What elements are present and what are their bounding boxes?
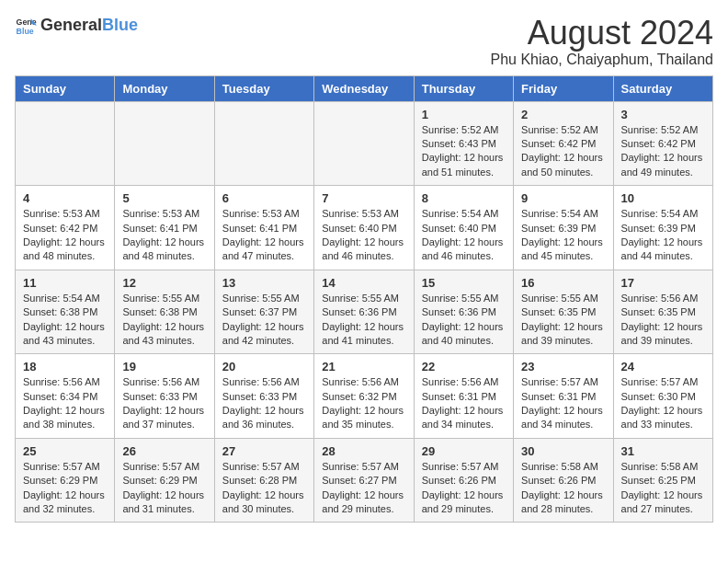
day-cell: 24Sunrise: 5:57 AMSunset: 6:30 PMDayligh…	[613, 354, 712, 439]
day-cell: 8Sunrise: 5:54 AMSunset: 6:40 PMDaylight…	[414, 186, 513, 270]
col-thursday: Thursday	[414, 75, 513, 101]
day-info: Sunrise: 5:54 AMSunset: 6:39 PMDaylight:…	[621, 207, 705, 264]
day-info: Sunrise: 5:55 AMSunset: 6:38 PMDaylight:…	[122, 292, 206, 349]
logo: General Blue GeneralBlue	[15, 15, 138, 37]
day-cell	[16, 101, 115, 186]
day-info: Sunrise: 5:57 AMSunset: 6:29 PMDaylight:…	[122, 460, 206, 517]
day-number: 16	[521, 276, 605, 290]
week-row-2: 4Sunrise: 5:53 AMSunset: 6:42 PMDaylight…	[16, 186, 713, 270]
day-number: 28	[322, 444, 405, 458]
title-area: August 2024 Phu Khiao, Chaiyaphum, Thail…	[490, 15, 713, 68]
day-cell: 7Sunrise: 5:53 AMSunset: 6:40 PMDaylight…	[314, 186, 414, 270]
day-cell	[115, 101, 214, 186]
day-cell: 12Sunrise: 5:55 AMSunset: 6:38 PMDayligh…	[115, 270, 214, 354]
day-number: 15	[422, 276, 506, 290]
logo-icon: General Blue	[15, 15, 37, 37]
day-cell: 23Sunrise: 5:57 AMSunset: 6:31 PMDayligh…	[514, 354, 613, 439]
day-number: 20	[222, 360, 306, 373]
week-row-1: 1Sunrise: 5:52 AMSunset: 6:43 PMDaylight…	[16, 101, 713, 186]
day-cell: 11Sunrise: 5:54 AMSunset: 6:38 PMDayligh…	[16, 270, 115, 354]
day-info: Sunrise: 5:52 AMSunset: 6:43 PMDaylight:…	[422, 123, 506, 180]
day-cell: 21Sunrise: 5:56 AMSunset: 6:32 PMDayligh…	[314, 354, 414, 439]
day-number: 17	[621, 276, 705, 290]
logo-blue: Blue	[102, 16, 138, 34]
day-number: 25	[23, 444, 107, 458]
day-info: Sunrise: 5:56 AMSunset: 6:32 PMDaylight:…	[322, 375, 405, 432]
day-info: Sunrise: 5:53 AMSunset: 6:41 PMDaylight:…	[222, 207, 306, 264]
day-number: 19	[122, 360, 206, 373]
calendar-body: 1Sunrise: 5:52 AMSunset: 6:43 PMDaylight…	[16, 101, 713, 523]
svg-text:Blue: Blue	[17, 27, 34, 36]
day-info: Sunrise: 5:53 AMSunset: 6:40 PMDaylight:…	[322, 207, 405, 264]
header-row: Sunday Monday Tuesday Wednesday Thursday…	[16, 75, 713, 101]
day-number: 24	[621, 360, 705, 373]
day-number: 31	[621, 444, 705, 458]
col-sunday: Sunday	[16, 75, 115, 101]
day-cell	[214, 101, 313, 186]
day-info: Sunrise: 5:53 AMSunset: 6:41 PMDaylight:…	[122, 207, 206, 264]
week-row-3: 11Sunrise: 5:54 AMSunset: 6:38 PMDayligh…	[16, 270, 713, 354]
day-number: 8	[422, 191, 506, 205]
day-info: Sunrise: 5:55 AMSunset: 6:37 PMDaylight:…	[222, 292, 306, 349]
day-number: 30	[521, 444, 605, 458]
day-cell: 9Sunrise: 5:54 AMSunset: 6:39 PMDaylight…	[514, 186, 613, 270]
day-cell: 29Sunrise: 5:57 AMSunset: 6:26 PMDayligh…	[414, 438, 513, 523]
day-number: 3	[621, 108, 705, 121]
week-row-5: 25Sunrise: 5:57 AMSunset: 6:29 PMDayligh…	[16, 438, 713, 523]
day-cell: 13Sunrise: 5:55 AMSunset: 6:37 PMDayligh…	[214, 270, 313, 354]
day-cell: 30Sunrise: 5:58 AMSunset: 6:26 PMDayligh…	[514, 438, 613, 523]
day-info: Sunrise: 5:56 AMSunset: 6:33 PMDaylight:…	[222, 375, 306, 432]
day-cell: 27Sunrise: 5:57 AMSunset: 6:28 PMDayligh…	[214, 438, 313, 523]
day-cell: 18Sunrise: 5:56 AMSunset: 6:34 PMDayligh…	[16, 354, 115, 439]
day-info: Sunrise: 5:57 AMSunset: 6:29 PMDaylight:…	[23, 460, 107, 517]
day-info: Sunrise: 5:54 AMSunset: 6:40 PMDaylight:…	[422, 207, 506, 264]
day-info: Sunrise: 5:55 AMSunset: 6:36 PMDaylight:…	[322, 292, 405, 349]
day-number: 27	[222, 444, 306, 458]
col-monday: Monday	[115, 75, 214, 101]
day-info: Sunrise: 5:55 AMSunset: 6:35 PMDaylight:…	[521, 292, 605, 349]
day-number: 23	[521, 360, 605, 373]
day-cell: 26Sunrise: 5:57 AMSunset: 6:29 PMDayligh…	[115, 438, 214, 523]
day-number: 21	[322, 360, 405, 373]
col-wednesday: Wednesday	[314, 75, 414, 101]
day-cell: 17Sunrise: 5:56 AMSunset: 6:35 PMDayligh…	[613, 270, 712, 354]
day-cell: 31Sunrise: 5:58 AMSunset: 6:25 PMDayligh…	[613, 438, 712, 523]
day-cell: 6Sunrise: 5:53 AMSunset: 6:41 PMDaylight…	[214, 186, 313, 270]
week-row-4: 18Sunrise: 5:56 AMSunset: 6:34 PMDayligh…	[16, 354, 713, 439]
day-number: 29	[422, 444, 506, 458]
day-number: 7	[322, 191, 405, 205]
calendar-header: Sunday Monday Tuesday Wednesday Thursday…	[16, 75, 713, 101]
day-cell: 5Sunrise: 5:53 AMSunset: 6:41 PMDaylight…	[115, 186, 214, 270]
col-tuesday: Tuesday	[214, 75, 313, 101]
day-cell: 22Sunrise: 5:56 AMSunset: 6:31 PMDayligh…	[414, 354, 513, 439]
day-cell: 25Sunrise: 5:57 AMSunset: 6:29 PMDayligh…	[16, 438, 115, 523]
day-info: Sunrise: 5:54 AMSunset: 6:38 PMDaylight:…	[23, 292, 107, 349]
header: General Blue GeneralBlue August 2024 Phu…	[15, 15, 713, 68]
day-info: Sunrise: 5:57 AMSunset: 6:28 PMDaylight:…	[222, 460, 306, 517]
day-number: 1	[422, 108, 506, 121]
day-cell	[314, 101, 414, 186]
day-number: 4	[23, 191, 107, 205]
day-number: 9	[521, 191, 605, 205]
day-cell: 14Sunrise: 5:55 AMSunset: 6:36 PMDayligh…	[314, 270, 414, 354]
day-info: Sunrise: 5:58 AMSunset: 6:25 PMDaylight:…	[621, 460, 705, 517]
day-info: Sunrise: 5:57 AMSunset: 6:27 PMDaylight:…	[322, 460, 405, 517]
day-number: 6	[222, 191, 306, 205]
calendar-table: Sunday Monday Tuesday Wednesday Thursday…	[15, 75, 713, 523]
day-info: Sunrise: 5:55 AMSunset: 6:36 PMDaylight:…	[422, 292, 506, 349]
col-saturday: Saturday	[613, 75, 712, 101]
day-number: 22	[422, 360, 506, 373]
day-number: 2	[521, 108, 605, 121]
day-info: Sunrise: 5:56 AMSunset: 6:31 PMDaylight:…	[422, 375, 506, 432]
day-cell: 15Sunrise: 5:55 AMSunset: 6:36 PMDayligh…	[414, 270, 513, 354]
day-info: Sunrise: 5:56 AMSunset: 6:33 PMDaylight:…	[122, 375, 206, 432]
day-cell: 4Sunrise: 5:53 AMSunset: 6:42 PMDaylight…	[16, 186, 115, 270]
day-number: 13	[222, 276, 306, 290]
day-number: 26	[122, 444, 206, 458]
day-info: Sunrise: 5:57 AMSunset: 6:26 PMDaylight:…	[422, 460, 506, 517]
logo-text: GeneralBlue	[40, 17, 138, 35]
day-info: Sunrise: 5:56 AMSunset: 6:34 PMDaylight:…	[23, 375, 107, 432]
col-friday: Friday	[514, 75, 613, 101]
day-number: 18	[23, 360, 107, 373]
day-cell: 3Sunrise: 5:52 AMSunset: 6:42 PMDaylight…	[613, 101, 712, 186]
